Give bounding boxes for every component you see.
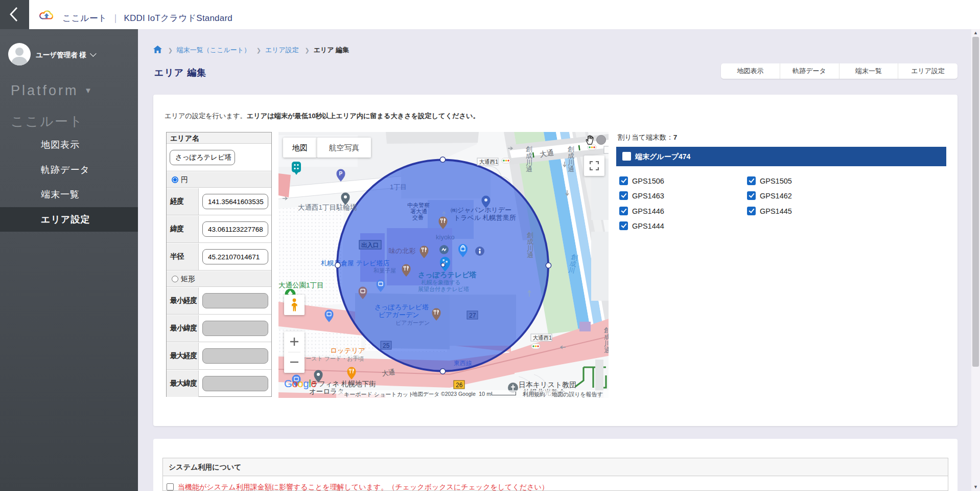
svg-text:大通西1: 大通西1 xyxy=(479,159,499,165)
svg-text:26: 26 xyxy=(456,382,463,389)
svg-text:大通西1丁目駐輪場: 大通西1丁目駐輪場 xyxy=(298,204,357,211)
svg-text:ロッテリア: ロッテリア xyxy=(330,347,365,354)
svg-text:P: P xyxy=(339,171,343,176)
svg-text:札幌を象徴する: 札幌を象徴する xyxy=(421,279,461,285)
svg-text:創成川通: 創成川通 xyxy=(568,145,574,173)
svg-text:創成川通: 創成川通 xyxy=(604,326,609,354)
svg-text:大通公園1丁目: 大通公園1丁目 xyxy=(278,281,324,289)
svg-text:大通西1: 大通西1 xyxy=(533,334,552,341)
svg-text:ラフィネ 札幌地下街: ラフィネ 札幌地下街 xyxy=(311,380,376,388)
svg-text:ァースト フード・お手頃: ァースト フード・お手頃 xyxy=(300,355,364,362)
svg-text:さっぽろテレビ塔: さっぽろテレビ塔 xyxy=(418,271,477,279)
svg-text:日本キリスト教団: 日本キリスト教団 xyxy=(519,381,576,389)
svg-text:創成川通: 創成川通 xyxy=(526,145,532,173)
svg-text:創成川通: 創成川通 xyxy=(527,231,533,259)
svg-text:展望台付きテレビ塔: 展望台付きテレビ塔 xyxy=(418,286,469,292)
